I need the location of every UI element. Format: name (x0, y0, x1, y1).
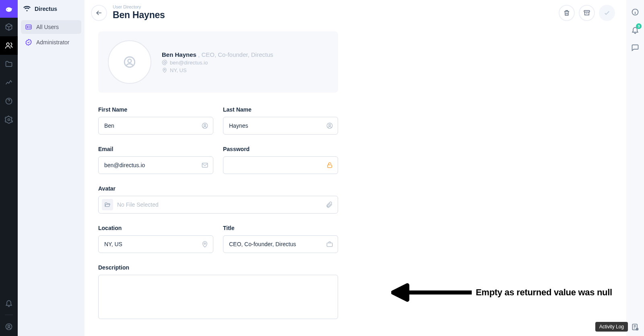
nav-item-all-users[interactable]: All Users (21, 20, 81, 34)
page-header: User Directory Ben Haynes (85, 0, 626, 21)
info-icon (631, 8, 639, 16)
label-last-name: Last Name (223, 106, 338, 113)
svg-point-10 (164, 62, 166, 64)
location-input[interactable] (98, 235, 213, 253)
field-first-name: First Name (98, 106, 213, 135)
svg-point-0 (6, 43, 9, 46)
email-input[interactable] (98, 156, 213, 174)
badge-icon (25, 23, 32, 31)
util-notifications[interactable]: 3 (626, 21, 644, 39)
summary-title-suffix: , CEO, Co-founder, Directus (198, 51, 273, 58)
tooltip-activity-log: Activity Log (595, 322, 628, 332)
module-rail (0, 0, 18, 336)
summary-card: Ben Haynes , CEO, Co-founder, Directus b… (98, 31, 338, 93)
password-input[interactable] (223, 156, 338, 174)
module-docs[interactable] (0, 92, 18, 110)
svg-point-6 (27, 27, 28, 28)
summary-name: Ben Haynes (162, 51, 196, 58)
person-icon (201, 122, 208, 129)
description-input[interactable] (98, 275, 338, 319)
summary-name-line: Ben Haynes , CEO, Co-founder, Directus (162, 51, 273, 58)
arrow-left-icon (95, 9, 103, 17)
pin-icon (201, 241, 208, 248)
module-settings[interactable] (0, 110, 18, 129)
svg-point-2 (8, 119, 10, 121)
label-avatar: Avatar (98, 185, 338, 192)
nav-item-label: All Users (36, 24, 59, 30)
check-icon (603, 9, 611, 17)
field-avatar: Avatar No File Selected (98, 185, 338, 214)
divider (5, 315, 13, 315)
logo[interactable] (0, 0, 18, 18)
label-title: Title (223, 225, 338, 231)
delete-button[interactable] (559, 5, 575, 21)
label-location: Location (98, 225, 213, 231)
breadcrumb[interactable]: User Directory (113, 5, 165, 9)
person-icon (326, 122, 333, 129)
svg-point-11 (164, 69, 165, 70)
label-first-name: First Name (98, 106, 213, 113)
field-description: Description (98, 264, 338, 319)
form: First Name Last Name Email (98, 106, 338, 319)
first-name-input[interactable] (98, 117, 213, 135)
activity-icon (631, 323, 639, 331)
avatar-file-input[interactable]: No File Selected (98, 196, 338, 214)
module-content[interactable] (0, 18, 18, 36)
at-icon (162, 60, 167, 65)
brand-label: Directus (35, 6, 57, 12)
lock-icon (326, 162, 333, 169)
archive-button[interactable] (579, 5, 595, 21)
open-folder-button[interactable] (102, 199, 113, 210)
module-users[interactable] (0, 36, 18, 55)
box-icon (5, 23, 13, 31)
avatar-placeholder: No File Selected (117, 201, 159, 208)
svg-rect-7 (584, 10, 590, 12)
wifi-icon (23, 5, 31, 12)
nav-item-administrator[interactable]: Administrator (21, 35, 81, 49)
pin-icon (162, 67, 167, 73)
last-name-input[interactable] (223, 117, 338, 135)
attach-button[interactable] (326, 201, 333, 208)
bell-icon (5, 299, 13, 307)
nav-header: Directus (18, 0, 85, 18)
label-description: Description (98, 264, 338, 271)
field-email: Email (98, 146, 213, 174)
avatar-ring[interactable] (108, 40, 151, 84)
module-notifications[interactable] (0, 294, 18, 312)
title-input[interactable] (223, 235, 338, 253)
util-comments[interactable] (626, 39, 644, 56)
help-icon (5, 97, 13, 105)
content: Ben Haynes , CEO, Co-founder, Directus b… (85, 21, 626, 319)
rabbit-icon (4, 4, 13, 13)
page-title: Ben Haynes (113, 9, 165, 21)
util-info[interactable] (626, 3, 644, 21)
summary-location-row: NY, US (162, 67, 273, 73)
archive-icon (583, 9, 590, 17)
save-button (599, 5, 615, 21)
person-icon (123, 55, 136, 69)
nav-item-label: Administrator (36, 39, 69, 46)
module-account[interactable] (0, 317, 18, 336)
field-last-name: Last Name (223, 106, 338, 135)
svg-point-15 (329, 124, 331, 126)
gear-icon (5, 116, 13, 124)
comment-icon (631, 44, 639, 52)
verified-icon (25, 39, 32, 46)
mail-icon (201, 162, 208, 169)
module-files[interactable] (0, 55, 18, 73)
module-insights[interactable] (0, 73, 18, 92)
util-rail: 3 Activity Log (626, 0, 644, 336)
notif-badge: 3 (636, 23, 642, 29)
svg-rect-19 (327, 243, 332, 247)
svg-point-9 (128, 59, 132, 63)
util-activity[interactable] (626, 318, 644, 336)
account-icon (5, 323, 13, 331)
field-password: Password (223, 146, 338, 174)
svg-point-18 (204, 243, 206, 245)
summary-email-row: ben@directus.io (162, 60, 273, 66)
back-button[interactable] (91, 5, 107, 21)
svg-rect-17 (328, 165, 332, 168)
users-icon (5, 41, 13, 50)
summary-email: ben@directus.io (170, 60, 208, 66)
main: User Directory Ben Haynes Ben Haynes (85, 0, 626, 336)
